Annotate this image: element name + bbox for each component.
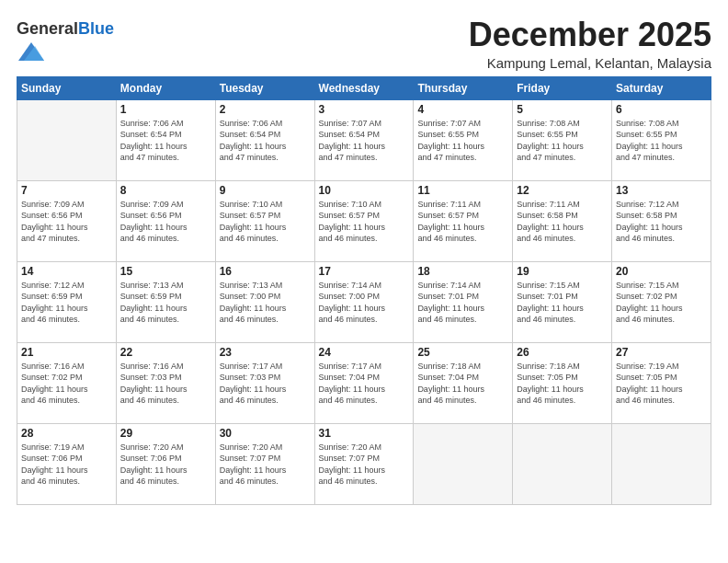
day-number: 31 [319, 427, 410, 440]
day-info-line: Sunrise: 7:11 AM [517, 200, 580, 209]
day-info-line: and 47 minutes. [616, 153, 675, 162]
day-info-line: Sunrise: 7:15 AM [616, 281, 679, 290]
day-info-line: Sunrise: 7:18 AM [417, 362, 481, 371]
day-info: Sunrise: 7:08 AMSunset: 6:55 PMDaylight:… [517, 118, 608, 164]
day-info-line: and 46 minutes. [319, 315, 378, 324]
day-info: Sunrise: 7:20 AMSunset: 7:07 PMDaylight:… [220, 442, 311, 488]
calendar-week-row: 1Sunrise: 7:06 AMSunset: 6:54 PMDaylight… [17, 99, 711, 180]
location-subtitle: Kampung Lemal, Kelantan, Malaysia [469, 55, 711, 71]
day-info-line: Sunrise: 7:08 AM [517, 119, 580, 128]
day-info-line: Daylight: 11 hours [417, 223, 484, 232]
day-info-line: Daylight: 11 hours [120, 142, 188, 151]
day-info-line: Sunset: 6:54 PM [120, 130, 182, 139]
day-info-line: Sunset: 7:04 PM [417, 373, 479, 382]
day-info-line: Sunrise: 7:09 AM [21, 200, 85, 209]
day-info-line: Daylight: 11 hours [616, 385, 683, 394]
day-info: Sunrise: 7:06 AMSunset: 6:54 PMDaylight:… [120, 118, 211, 164]
logo-icon [18, 39, 44, 64]
logo-general: General [17, 19, 78, 38]
day-info: Sunrise: 7:18 AMSunset: 7:05 PMDaylight:… [517, 361, 608, 407]
day-number: 25 [417, 346, 508, 359]
logo-blue: Blue [78, 19, 114, 38]
day-info: Sunrise: 7:10 AMSunset: 6:57 PMDaylight:… [319, 199, 410, 245]
day-number: 3 [319, 103, 410, 116]
day-info-line: Daylight: 11 hours [616, 142, 683, 151]
day-info-line: Sunset: 7:01 PM [417, 292, 479, 301]
calendar-week-row: 14Sunrise: 7:12 AMSunset: 6:59 PMDayligh… [17, 261, 711, 342]
day-info-line: Sunset: 7:00 PM [220, 292, 281, 301]
table-row: 3Sunrise: 7:07 AMSunset: 6:54 PMDaylight… [314, 99, 414, 180]
day-info: Sunrise: 7:17 AMSunset: 7:03 PMDaylight:… [220, 361, 311, 407]
day-info-line: Sunset: 6:55 PM [517, 130, 578, 139]
day-info-line: and 46 minutes. [120, 315, 179, 324]
day-info-line: and 46 minutes. [417, 315, 476, 324]
table-row: 31Sunrise: 7:20 AMSunset: 7:07 PMDayligh… [314, 423, 414, 504]
day-info: Sunrise: 7:15 AMSunset: 7:02 PMDaylight:… [616, 280, 707, 326]
day-info-line: Sunset: 7:06 PM [21, 454, 83, 463]
day-info-line: Sunset: 6:56 PM [120, 211, 182, 220]
day-info: Sunrise: 7:15 AMSunset: 7:01 PMDaylight:… [517, 280, 608, 326]
table-row [17, 99, 117, 180]
day-info-line: Daylight: 11 hours [319, 223, 386, 232]
day-info-line: and 47 minutes. [319, 153, 378, 162]
day-info-line: Sunset: 6:58 PM [616, 211, 677, 220]
day-info: Sunrise: 7:20 AMSunset: 7:06 PMDaylight:… [120, 442, 211, 488]
table-row: 6Sunrise: 7:08 AMSunset: 6:55 PMDaylight… [612, 99, 711, 180]
table-row: 23Sunrise: 7:17 AMSunset: 7:03 PMDayligh… [215, 342, 314, 423]
day-info: Sunrise: 7:12 AMSunset: 6:59 PMDaylight:… [21, 280, 112, 326]
calendar-week-row: 21Sunrise: 7:16 AMSunset: 7:02 PMDayligh… [17, 342, 711, 423]
col-sunday: Sunday [17, 76, 117, 99]
day-info-line: and 46 minutes. [21, 315, 80, 324]
col-saturday: Saturday [612, 76, 711, 99]
table-row: 29Sunrise: 7:20 AMSunset: 7:06 PMDayligh… [116, 423, 215, 504]
day-number: 16 [220, 265, 311, 278]
table-row: 27Sunrise: 7:19 AMSunset: 7:05 PMDayligh… [612, 342, 711, 423]
day-number: 11 [417, 184, 508, 197]
table-row: 16Sunrise: 7:13 AMSunset: 7:00 PMDayligh… [215, 261, 314, 342]
table-row: 13Sunrise: 7:12 AMSunset: 6:58 PMDayligh… [612, 180, 711, 261]
day-number: 13 [616, 184, 707, 197]
day-info: Sunrise: 7:09 AMSunset: 6:56 PMDaylight:… [120, 199, 211, 245]
day-info: Sunrise: 7:16 AMSunset: 7:02 PMDaylight:… [21, 361, 112, 407]
day-info-line: Sunset: 6:57 PM [220, 211, 281, 220]
day-number: 15 [120, 265, 211, 278]
table-row: 1Sunrise: 7:06 AMSunset: 6:54 PMDaylight… [116, 99, 215, 180]
day-info: Sunrise: 7:12 AMSunset: 6:58 PMDaylight:… [616, 199, 707, 245]
day-info-line: Sunrise: 7:14 AM [319, 281, 382, 290]
day-info-line: and 46 minutes. [220, 315, 279, 324]
day-info-line: Daylight: 11 hours [220, 465, 287, 475]
col-monday: Monday [116, 76, 215, 99]
day-number: 17 [319, 265, 410, 278]
table-row: 12Sunrise: 7:11 AMSunset: 6:58 PMDayligh… [513, 180, 612, 261]
table-row: 18Sunrise: 7:14 AMSunset: 7:01 PMDayligh… [414, 261, 513, 342]
day-info-line: Sunset: 7:07 PM [220, 454, 281, 463]
day-info-line: and 47 minutes. [417, 153, 476, 162]
day-info: Sunrise: 7:07 AMSunset: 6:54 PMDaylight:… [319, 118, 410, 164]
day-info: Sunrise: 7:18 AMSunset: 7:04 PMDaylight:… [417, 361, 508, 407]
day-info-line: Daylight: 11 hours [319, 385, 386, 394]
day-info: Sunrise: 7:07 AMSunset: 6:55 PMDaylight:… [417, 118, 508, 164]
day-number: 27 [616, 346, 707, 359]
day-info-line: Sunset: 6:54 PM [319, 130, 381, 139]
day-info-line: Sunset: 7:00 PM [319, 292, 381, 301]
table-row: 20Sunrise: 7:15 AMSunset: 7:02 PMDayligh… [612, 261, 711, 342]
day-info-line: Daylight: 11 hours [120, 465, 188, 475]
day-info-line: and 46 minutes. [517, 396, 575, 405]
day-info-line: Daylight: 11 hours [319, 465, 386, 475]
day-info-line: Daylight: 11 hours [220, 142, 287, 151]
day-info-line: Sunrise: 7:10 AM [319, 200, 382, 209]
day-info-line: and 46 minutes. [319, 396, 378, 405]
day-info-line: Sunrise: 7:20 AM [220, 442, 283, 452]
day-info-line: Daylight: 11 hours [21, 385, 88, 394]
day-info-line: Daylight: 11 hours [417, 304, 484, 313]
day-info-line: Sunset: 7:05 PM [517, 373, 578, 382]
table-row: 22Sunrise: 7:16 AMSunset: 7:03 PMDayligh… [116, 342, 215, 423]
day-number: 26 [517, 346, 608, 359]
day-number: 23 [220, 346, 311, 359]
day-info-line: Daylight: 11 hours [517, 223, 584, 232]
day-info-line: Sunrise: 7:18 AM [517, 362, 580, 371]
table-row: 21Sunrise: 7:16 AMSunset: 7:02 PMDayligh… [17, 342, 117, 423]
day-info-line: Daylight: 11 hours [616, 304, 683, 313]
day-info: Sunrise: 7:11 AMSunset: 6:58 PMDaylight:… [517, 199, 608, 245]
day-info-line: Sunrise: 7:16 AM [21, 362, 85, 371]
